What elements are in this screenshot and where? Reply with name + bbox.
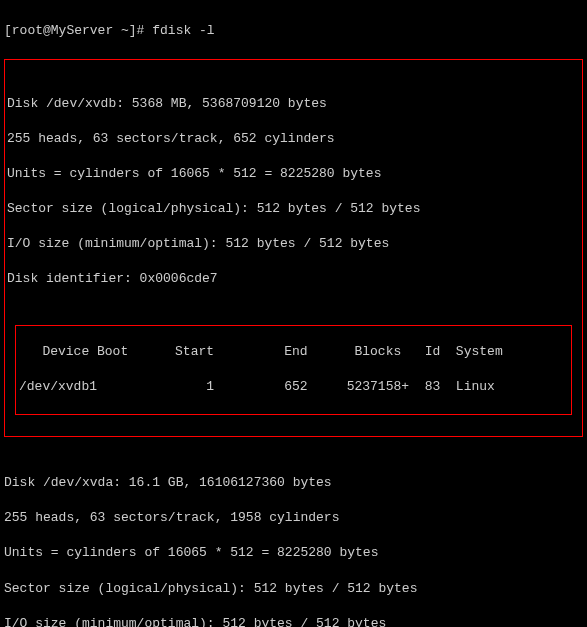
disk-sector-size: Sector size (logical/physical): 512 byte… xyxy=(4,580,583,598)
terminal-output: [root@MyServer ~]# fdisk -l Disk /dev/xv… xyxy=(4,4,583,627)
disk-units: Units = cylinders of 16065 * 512 = 82252… xyxy=(4,544,583,562)
disk-header: Disk /dev/xvdb: 5368 MB, 5368709120 byte… xyxy=(7,95,580,113)
highlighted-partition-table: Device Boot Start End Blocks Id System /… xyxy=(15,325,572,415)
disk-header: Disk /dev/xvda: 16.1 GB, 16106127360 byt… xyxy=(4,474,583,492)
disk-identifier: Disk identifier: 0x0006cde7 xyxy=(7,270,580,288)
disk-io-size: I/O size (minimum/optimal): 512 bytes / … xyxy=(4,615,583,627)
shell-prompt: [root@MyServer ~]# fdisk -l xyxy=(4,22,583,40)
disk-sector-size: Sector size (logical/physical): 512 byte… xyxy=(7,200,580,218)
disk-io-size: I/O size (minimum/optimal): 512 bytes / … xyxy=(7,235,580,253)
partition-row: /dev/xvdb1 1 652 5237158+ 83 Linux xyxy=(19,378,568,396)
disk-geometry: 255 heads, 63 sectors/track, 652 cylinde… xyxy=(7,130,580,148)
highlighted-disk-xvdb: Disk /dev/xvdb: 5368 MB, 5368709120 byte… xyxy=(4,59,583,437)
disk-units: Units = cylinders of 16065 * 512 = 82252… xyxy=(7,165,580,183)
partition-table-header: Device Boot Start End Blocks Id System xyxy=(19,343,568,361)
disk-geometry: 255 heads, 63 sectors/track, 1958 cylind… xyxy=(4,509,583,527)
